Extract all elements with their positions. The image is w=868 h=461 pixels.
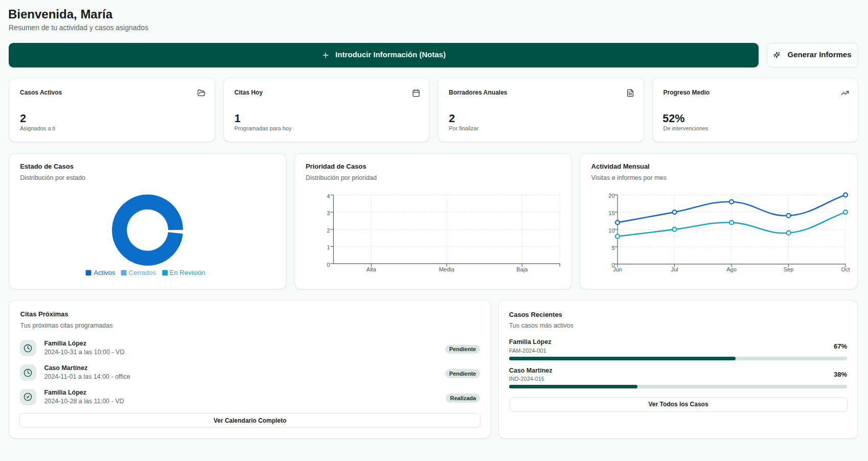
svg-text:Ago: Ago xyxy=(727,266,737,272)
svg-text:Jun: Jun xyxy=(613,266,623,272)
svg-text:3: 3 xyxy=(327,210,330,216)
svg-text:0: 0 xyxy=(327,262,330,268)
svg-text:Media: Media xyxy=(439,266,454,272)
svg-text:5: 5 xyxy=(612,245,615,251)
svg-text:Cerrados: Cerrados xyxy=(129,269,156,276)
svg-text:Alta: Alta xyxy=(367,266,377,272)
svg-text:Jul: Jul xyxy=(671,266,678,272)
svg-text:1: 1 xyxy=(327,244,330,250)
svg-text:10: 10 xyxy=(609,227,615,234)
svg-text:Activos: Activos xyxy=(94,269,115,276)
svg-text:Oct: Oct xyxy=(841,266,850,272)
svg-text:Sep: Sep xyxy=(784,266,794,272)
svg-text:Baja: Baja xyxy=(516,266,528,272)
svg-text:2: 2 xyxy=(327,227,330,234)
svg-text:4: 4 xyxy=(327,193,330,199)
svg-text:20: 20 xyxy=(609,193,615,199)
svg-text:En Revisión: En Revisión xyxy=(170,269,205,276)
svg-text:15: 15 xyxy=(609,210,615,216)
